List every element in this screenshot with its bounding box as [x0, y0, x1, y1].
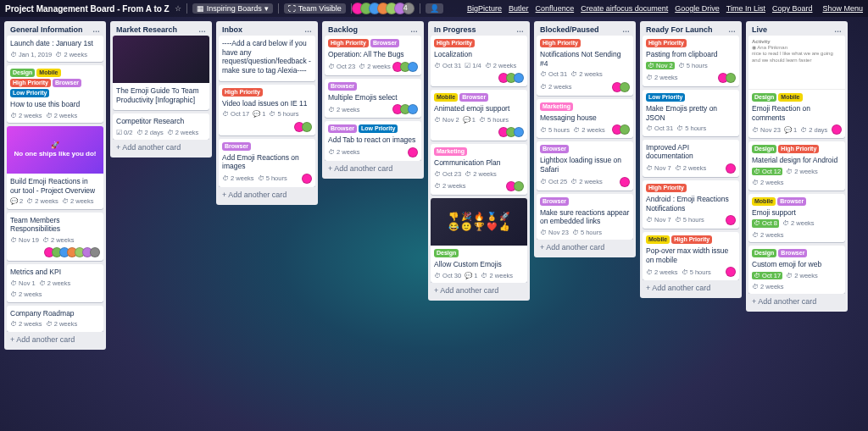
list-menu-icon[interactable]: … [304, 26, 312, 34]
card-label[interactable]: Marketing [434, 147, 467, 156]
powerup-link[interactable]: Confluence [536, 4, 575, 13]
card-label[interactable]: Browser [778, 249, 807, 257]
card-members[interactable] [501, 73, 524, 83]
list-menu-icon[interactable]: … [410, 26, 418, 34]
list-menu-icon[interactable]: … [516, 26, 524, 34]
add-card-button[interactable]: + Add another card [748, 294, 845, 309]
card-label[interactable]: High Priority [646, 39, 687, 47]
card-members[interactable] [728, 163, 736, 174]
card-members[interactable] [304, 174, 312, 184]
card-members[interactable] [615, 82, 630, 92]
list-title[interactable]: Blocked/Paused [540, 25, 599, 34]
add-card-button[interactable]: + Add another card [537, 240, 633, 255]
card-label[interactable]: Browser [328, 124, 357, 133]
board-title[interactable]: Project Management Board - From A to Z [5, 4, 170, 14]
card-members[interactable] [297, 122, 312, 132]
card-members[interactable] [395, 104, 418, 114]
list-title[interactable]: Market Research [116, 25, 177, 34]
show-menu-button[interactable]: Show Menu [822, 4, 863, 13]
card-label[interactable]: High Priority [646, 184, 687, 192]
card-label[interactable]: Marketing [540, 102, 573, 111]
card[interactable]: 🚀No one ships like you do!Build Emoji Re… [7, 126, 103, 209]
card-members[interactable] [728, 267, 736, 277]
card[interactable]: MobileBrowserAnimated emoji support⏱ Nov… [431, 90, 527, 141]
add-card-button[interactable]: + Add another card [7, 332, 103, 347]
card-label[interactable]: High Priority [222, 88, 263, 97]
list-title[interactable]: Ready For Launch [646, 25, 713, 34]
card[interactable]: Launch date : January 1st⏱ Jan 1, 2019⏱ … [7, 36, 103, 62]
card[interactable]: High PriorityVideo load issues on IE 11⏱… [219, 85, 315, 135]
card[interactable]: Competitor Research☑ 0/2⏱ 2 days⏱ 2 week… [113, 113, 209, 140]
card-members[interactable] [47, 247, 100, 257]
card-members[interactable] [501, 127, 524, 137]
list-title[interactable]: In Progress [434, 25, 476, 34]
card[interactable]: High PriorityBrowserOperation: All The B… [325, 36, 421, 75]
card[interactable]: MobileBrowserEmoji support⏱ Oct 8⏱ 2 wee… [748, 194, 845, 242]
card[interactable]: High PriorityAndroid : Emoji Reactions N… [643, 180, 739, 229]
card-label[interactable]: Mobile [752, 197, 776, 206]
add-card-button[interactable]: + Add another card [431, 283, 527, 298]
card-label[interactable]: High Priority [328, 39, 369, 47]
card-members[interactable] [509, 181, 524, 191]
card-label[interactable]: Mobile [36, 69, 60, 77]
card-label[interactable]: Low Priority [646, 93, 685, 102]
powerup-link[interactable]: Create airfocus document [581, 4, 668, 13]
powerup-link[interactable]: Google Drive [675, 4, 720, 13]
list-menu-icon[interactable]: … [92, 26, 100, 34]
card[interactable]: MarketingCommunication Plan⏱ Oct 23⏱ 2 w… [431, 144, 527, 195]
card[interactable]: BrowserLightbox loading issue on Safari⏱… [537, 141, 633, 190]
card[interactable]: Team Members Responsibilities⏱ Nov 19⏱ 2… [7, 213, 103, 262]
card-members[interactable] [834, 124, 842, 135]
card[interactable]: Activity◉ Ana Pinkmannice to read I like… [748, 36, 845, 138]
card[interactable]: BrowserMake sure reactions appear on emb… [537, 194, 633, 240]
card[interactable]: Metrics and KPI⏱ Nov 1⏱ 2 weeks⏱ 2 weeks [7, 264, 103, 301]
card[interactable]: ----Add a card below if you have any req… [219, 36, 315, 81]
card-label[interactable]: Browser [777, 197, 806, 206]
card-label[interactable]: Design [752, 145, 776, 153]
list-menu-icon[interactable]: … [198, 26, 206, 34]
card-label[interactable]: Design [10, 69, 35, 77]
card-label[interactable]: Browser [222, 142, 251, 151]
list-title[interactable]: General Information [10, 25, 83, 34]
card-label[interactable]: Design [752, 249, 776, 257]
list-title[interactable]: Inbox [222, 25, 242, 34]
card-label[interactable]: Low Priority [359, 124, 398, 133]
card-label[interactable]: High Priority [10, 79, 51, 87]
invite-button[interactable]: 👤 [426, 3, 443, 14]
add-card-button[interactable]: + Add another card [325, 161, 421, 176]
card[interactable]: BrowserAdd Emoji Reactions on images⏱ 2 … [219, 139, 315, 187]
card-label[interactable]: Browser [540, 197, 569, 206]
card[interactable]: DesignMobileHigh PriorityBrowserLow Prio… [7, 65, 103, 123]
card-members[interactable] [395, 62, 418, 72]
card[interactable]: MobileHigh PriorityPop-over max width is… [643, 232, 739, 280]
card-members[interactable] [728, 215, 736, 225]
powerup-link[interactable]: Copy Board [772, 4, 813, 13]
card-label[interactable]: Browser [459, 93, 488, 102]
powerup-link[interactable]: BigPicture [467, 4, 502, 13]
list-title[interactable]: Backlog [328, 25, 358, 34]
card[interactable]: Company Roadmap⏱ 2 weeks⏱ 2 weeks [7, 306, 103, 332]
card-members[interactable] [615, 124, 630, 135]
powerup-link[interactable]: Time In List [726, 4, 765, 13]
list-menu-icon[interactable]: … [728, 26, 736, 34]
card-label[interactable]: Browser [53, 79, 81, 87]
card[interactable]: High PriorityNotifications Not Sending #… [537, 36, 633, 96]
add-card-button[interactable]: + Add another card [219, 187, 315, 202]
card[interactable]: 👎 🎉 🔥 🏅 🚀😂 🙂 🏆 ❤️ 👍DesignAllow Custom Em… [431, 198, 527, 283]
card-members[interactable] [622, 177, 630, 187]
card[interactable]: Improved API documentation⏱ Nov 7⏱ 2 wee… [643, 140, 739, 177]
card[interactable]: BrowserLow PriorityAdd Tab to react on i… [325, 121, 421, 161]
card-label[interactable]: Mobile [646, 235, 670, 244]
card-label[interactable]: High Priority [778, 145, 819, 153]
card-label[interactable]: Browser [328, 82, 357, 91]
card[interactable]: High PriorityPasting from clipboard⏱ Nov… [643, 36, 739, 86]
card-label[interactable]: High Priority [434, 39, 475, 47]
card-label[interactable]: Browser [540, 145, 569, 153]
add-card-button[interactable]: + Add another card [643, 280, 739, 296]
card[interactable]: MarketingMessaging house⏱ 5 hours⏱ 2 wee… [537, 99, 633, 139]
card[interactable]: The Emoji Guide To Team Productivity [In… [113, 36, 209, 110]
workspace-button[interactable]: ▦ Inspiring Boards ▾ [192, 3, 273, 14]
list-title[interactable]: Live [752, 25, 767, 34]
card-members[interactable] [721, 73, 736, 83]
add-card-button[interactable]: + Add another card [113, 140, 209, 155]
